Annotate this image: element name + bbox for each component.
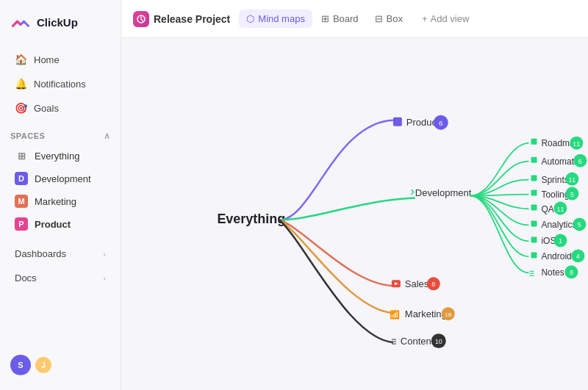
tab-mind-maps[interactable]: ⬡ Mind maps: [239, 10, 312, 28]
spaces-list: ⊞ Everything D Development M Marketing P…: [0, 144, 121, 236]
roadmap-count: 11: [573, 140, 580, 148]
svg-rect-13: [531, 236, 537, 242]
development-node-label[interactable]: Development: [415, 187, 472, 198]
sidebar-item-home[interactable]: 🏠 Home: [4, 48, 116, 71]
ios-label[interactable]: iOS: [541, 236, 556, 246]
add-view-button[interactable]: + Add view: [415, 10, 476, 28]
development-icon: D: [15, 172, 28, 185]
android-label[interactable]: Android: [541, 251, 571, 261]
notes-count: 8: [570, 269, 573, 276]
sidebar-item-product[interactable]: P Product: [4, 213, 116, 235]
marketing-count: 18: [445, 311, 451, 318]
tab-board[interactable]: ⊞ Board: [314, 10, 366, 28]
sidebar-item-everything[interactable]: ⊞ Everything: [4, 145, 116, 167]
breadcrumb: Release Project: [133, 11, 230, 27]
notifications-icon: 🔔: [15, 78, 26, 90]
docs-chevron-icon: ›: [103, 274, 106, 283]
dashboards-label: Dashboards: [15, 248, 66, 259]
spaces-label: Spaces: [10, 131, 45, 140]
sidebar-item-notifications[interactable]: 🔔 Notifications: [4, 72, 116, 95]
tab-box[interactable]: ⊟ Box: [368, 10, 410, 28]
svg-rect-7: [531, 190, 537, 196]
logo-text: ClickUp: [37, 16, 78, 29]
tab-mind-maps-label: Mind maps: [258, 13, 305, 24]
svg-rect-15: [531, 252, 537, 258]
sidebar-footer: S J: [0, 347, 121, 383]
tooling-label[interactable]: Tooling: [541, 189, 569, 200]
marketing-icon: M: [15, 195, 28, 208]
svg-rect-11: [531, 220, 537, 226]
main-content: Release Project ⬡ Mind maps ⊞ Board ⊟ Bo…: [121, 0, 588, 390]
sales-count: 8: [431, 281, 435, 288]
sidebar-item-development[interactable]: D Development: [4, 167, 116, 189]
sales-node-label[interactable]: Sales: [405, 278, 429, 289]
home-icon: 🏠: [15, 54, 26, 65]
svg-rect-1: [531, 139, 537, 145]
sidebar-nav: 🏠 Home 🔔 Notifications 🎯 Goals: [0, 44, 121, 123]
svg-rect-5: [531, 176, 537, 181]
dashboards-chevron-icon: ›: [103, 250, 106, 259]
project-svg-icon: [136, 14, 146, 24]
sidebar-item-dashboards[interactable]: Dashboards ›: [4, 242, 116, 265]
qa-label[interactable]: QA: [541, 204, 553, 214]
svg-rect-3: [531, 157, 537, 163]
logo[interactable]: ClickUp: [0, 0, 121, 44]
spaces-section-header: Spaces ∧: [0, 123, 121, 144]
box-tab-icon: ⊟: [375, 13, 383, 24]
tab-board-label: Board: [333, 13, 359, 24]
sidebar-item-product-label: Product: [35, 219, 71, 230]
svg-rect-9: [531, 205, 537, 211]
root-node-label[interactable]: Everything: [217, 212, 285, 226]
topbar-tabs: ⬡ Mind maps ⊞ Board ⊟ Box: [239, 10, 410, 28]
add-view-plus-icon: +: [422, 13, 428, 24]
mindmap-svg: Everything Product 6 Development Roadmap: [121, 38, 588, 390]
product-count: 6: [439, 119, 443, 127]
topbar: Release Project ⬡ Mind maps ⊞ Board ⊟ Bo…: [121, 0, 588, 38]
content-node-label[interactable]: Content: [401, 336, 434, 347]
analytics-count: 5: [578, 221, 581, 228]
sidebar-item-docs[interactable]: Docs ›: [4, 267, 116, 289]
notes-label[interactable]: Notes: [541, 267, 564, 278]
product-node-icon: [393, 118, 402, 126]
tooling-count: 5: [570, 191, 574, 198]
content-count: 10: [435, 338, 442, 345]
sidebar-item-development-label: Development: [35, 173, 91, 184]
board-tab-icon: ⊞: [321, 13, 329, 24]
docs-label: Docs: [15, 272, 37, 284]
marketing-node-icon: 📶: [390, 309, 400, 319]
user-avatar[interactable]: S: [10, 355, 31, 375]
ios-count: 1: [559, 237, 562, 245]
mindmap-canvas: Everything Product 6 Development Roadmap: [121, 38, 588, 390]
project-title: Release Project: [154, 13, 230, 25]
sidebar-item-goals-label: Goals: [34, 103, 59, 114]
sidebar-item-notifications-label: Notifications: [34, 79, 86, 90]
mind-maps-tab-icon: ⬡: [246, 13, 254, 24]
sprints-label[interactable]: Sprints: [541, 175, 568, 185]
android-count: 4: [576, 253, 580, 260]
clickup-logo-icon: [10, 12, 31, 32]
marketing-node-label[interactable]: Marketing: [405, 308, 447, 319]
sidebar-item-home-label: Home: [34, 54, 60, 65]
qa-count: 11: [556, 206, 564, 213]
everything-icon: ⊞: [15, 149, 28, 162]
tab-box-label: Box: [387, 13, 403, 24]
project-icon: [133, 11, 149, 27]
analytics-label[interactable]: Analytics: [541, 220, 576, 230]
sidebar: ClickUp 🏠 Home 🔔 Notifications 🎯 Goals S…: [0, 0, 121, 390]
sidebar-item-marketing[interactable]: M Marketing: [4, 190, 116, 212]
sidebar-item-goals[interactable]: 🎯 Goals: [4, 96, 116, 120]
spaces-chevron-icon[interactable]: ∧: [104, 131, 111, 141]
add-view-label: Add view: [431, 13, 470, 24]
user-avatar-secondary[interactable]: J: [35, 357, 51, 373]
sidebar-item-everything-label: Everything: [35, 151, 79, 162]
sprints-count: 11: [568, 176, 576, 184]
goals-icon: 🎯: [15, 102, 26, 114]
product-icon: P: [15, 217, 28, 231]
sidebar-item-marketing-label: Marketing: [35, 196, 76, 207]
automation-count: 6: [578, 158, 582, 165]
